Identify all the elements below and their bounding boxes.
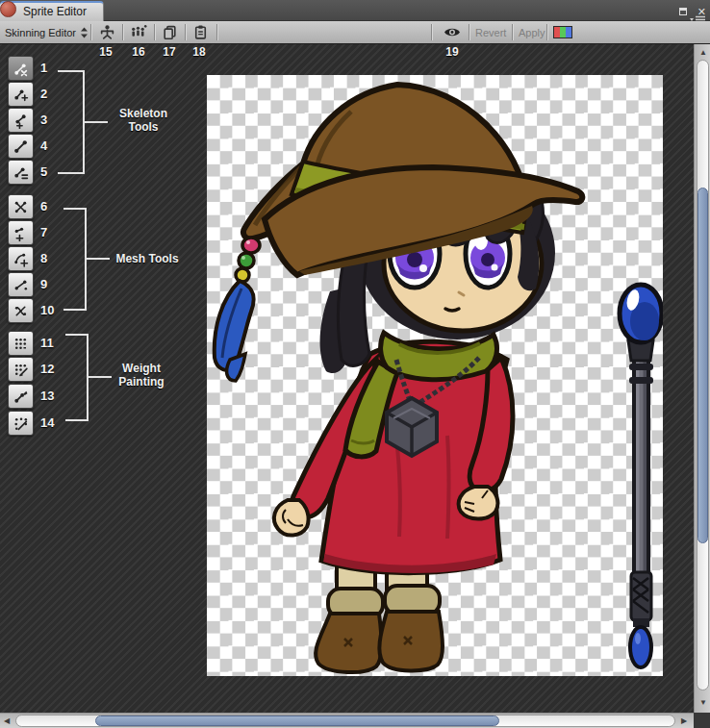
visibility-button[interactable] xyxy=(443,21,462,43)
paste-icon xyxy=(192,24,209,40)
bone-plus-below-icon xyxy=(13,113,29,129)
mesh-tools-label: Mesh Tools xyxy=(112,252,183,265)
skeleton-tools-bracket-stub xyxy=(85,121,108,123)
record-dot-icon xyxy=(0,1,16,17)
bone-plus-right-icon xyxy=(13,87,29,103)
annotation-number: 16 xyxy=(132,45,144,59)
tool-7-button[interactable] xyxy=(8,220,34,245)
apply-button[interactable]: Apply xyxy=(519,21,545,43)
vertex-plus-icon xyxy=(13,225,29,241)
vertical-scroll-track[interactable] xyxy=(697,60,709,690)
character-mode-button[interactable] xyxy=(99,21,115,43)
tool-4-button[interactable] xyxy=(8,134,34,159)
tool-number: 6 xyxy=(40,199,63,213)
dot-grid-pen-icon xyxy=(13,362,29,378)
scroll-right-button[interactable]: ▶ xyxy=(681,717,687,725)
eye-icon xyxy=(443,25,462,39)
character-sprite-image xyxy=(207,75,663,676)
bone-brush-icon xyxy=(13,389,29,405)
mesh-tools-bracket-stub xyxy=(87,258,110,260)
tool-10-button[interactable] xyxy=(8,298,34,323)
horizontal-scrollbar[interactable]: ◀ ▶ xyxy=(0,713,694,728)
color-overlay-button[interactable] xyxy=(553,21,572,43)
tool-2-button[interactable] xyxy=(8,82,34,107)
tool-5-button[interactable] xyxy=(8,160,34,185)
crossed-bones-icon xyxy=(13,199,29,215)
weight-painting-bracket xyxy=(65,334,89,421)
sprite-editor-window: Sprite Editor ✕ Skinning Editor xyxy=(0,0,710,728)
tool-number: 11 xyxy=(40,336,63,350)
weight-painting-label: Weight Painting xyxy=(108,362,175,389)
toolbar-separator xyxy=(469,24,469,40)
annotation-number: 18 xyxy=(192,45,205,59)
vertical-scrollbar[interactable]: ▲ ▼ xyxy=(694,44,710,713)
revert-button[interactable]: Revert xyxy=(475,21,506,43)
skeleton-tools-label: Skeleton Tools xyxy=(110,107,177,134)
toolbar-separator xyxy=(154,24,155,40)
mode-dropdown-label: Skinning Editor xyxy=(5,27,76,38)
toolbar-separator xyxy=(216,24,217,40)
scroll-left-button[interactable]: ◀ xyxy=(4,717,10,725)
paste-button[interactable] xyxy=(192,21,209,43)
workspace: 15 16 17 18 19 1 2 3 xyxy=(0,44,710,713)
tool-number: 12 xyxy=(40,362,63,376)
tool-number: 8 xyxy=(40,251,63,265)
copy-button[interactable] xyxy=(162,21,178,43)
revert-label: Revert xyxy=(475,27,506,38)
toolbar-separator xyxy=(90,24,91,40)
horizontal-scroll-thumb[interactable] xyxy=(95,715,499,726)
sprite-canvas[interactable] xyxy=(207,75,663,676)
tool-number: 9 xyxy=(40,277,63,291)
mesh-tools-bracket xyxy=(63,208,87,311)
tool-8-button[interactable] xyxy=(8,246,34,271)
bone-icon xyxy=(13,138,29,155)
scroll-down-button[interactable]: ▼ xyxy=(699,699,707,707)
dot-slash-icon xyxy=(13,415,29,432)
toolbar-separator xyxy=(185,24,186,40)
scrollbar-corner xyxy=(694,713,710,728)
toolbar: Skinning Editor xyxy=(0,21,710,44)
tool-3-button[interactable] xyxy=(8,108,34,133)
maximize-button[interactable] xyxy=(679,7,687,17)
annotation-number: 19 xyxy=(445,45,458,59)
dot-grid-icon xyxy=(13,336,29,352)
toolbar-separator xyxy=(431,24,432,40)
tool-11-button[interactable] xyxy=(8,331,34,356)
apply-label: Apply xyxy=(519,27,545,38)
dropdown-arrows-icon xyxy=(80,26,89,39)
horizontal-scroll-track[interactable] xyxy=(15,715,675,727)
tool-13-button[interactable] xyxy=(8,384,34,409)
tool-6-button[interactable] xyxy=(8,194,34,219)
maximize-icon xyxy=(679,8,687,15)
rgb-swatch-icon xyxy=(553,26,572,38)
split-edge-icon xyxy=(13,303,29,319)
sprite-sheet-mode-button[interactable] xyxy=(130,21,147,43)
annotation-number: 15 xyxy=(99,45,112,59)
sprite-sheet-icon xyxy=(130,24,147,40)
edge-plus-icon xyxy=(13,251,29,267)
toolbar-separator xyxy=(512,24,513,40)
tool-number: 14 xyxy=(40,415,63,430)
tool-number: 13 xyxy=(40,389,63,403)
toolbar-separator xyxy=(546,24,547,40)
annotation-number: 17 xyxy=(163,45,175,59)
edge-dots-icon xyxy=(13,277,29,293)
bone-list-icon xyxy=(13,164,29,181)
character-graphic xyxy=(215,85,583,672)
title-bar: Sprite Editor ✕ xyxy=(0,0,710,21)
tab-title: Sprite Editor xyxy=(23,5,87,18)
toolbar-separator xyxy=(122,24,123,40)
vertical-scroll-thumb[interactable] xyxy=(697,188,708,543)
tool-9-button[interactable] xyxy=(8,272,34,297)
scroll-up-button[interactable]: ▲ xyxy=(699,49,707,57)
copy-icon xyxy=(162,24,178,40)
character-icon xyxy=(99,24,115,40)
staff-graphic xyxy=(620,285,662,667)
tool-14-button[interactable] xyxy=(8,411,34,436)
tool-1-button[interactable] xyxy=(8,56,34,81)
tool-number: 10 xyxy=(40,303,63,317)
tool-12-button[interactable] xyxy=(8,357,34,382)
bone-cross-icon xyxy=(13,61,29,77)
skeleton-tools-bracket xyxy=(58,70,85,174)
mode-dropdown[interactable]: Skinning Editor xyxy=(5,21,89,43)
